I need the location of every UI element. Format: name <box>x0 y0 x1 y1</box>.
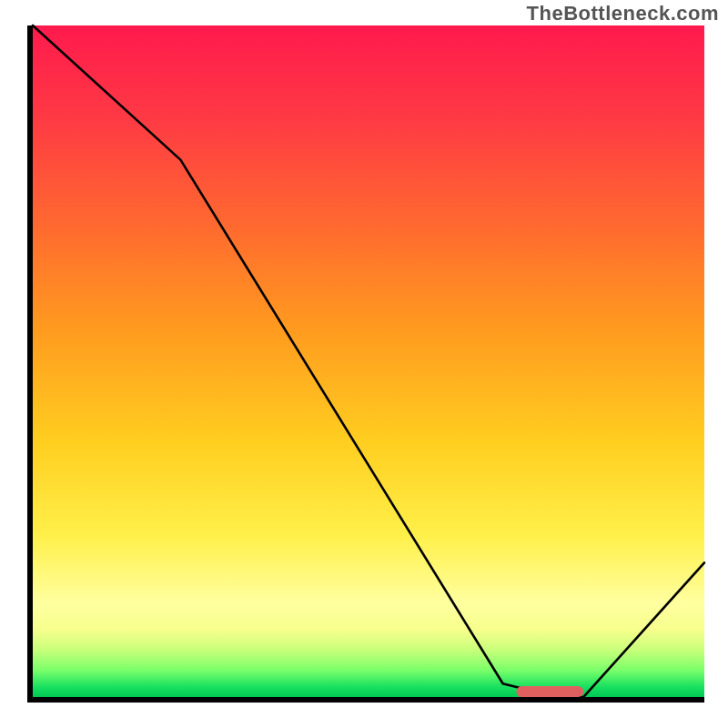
x-axis <box>27 697 704 703</box>
chart-overlay <box>33 25 704 697</box>
plot-area <box>33 25 704 697</box>
watermark-text: TheBottleneck.com <box>527 2 719 25</box>
chart-stage: TheBottleneck.com <box>0 0 728 728</box>
optimal-marker <box>516 686 583 697</box>
bottleneck-curve <box>33 25 704 697</box>
